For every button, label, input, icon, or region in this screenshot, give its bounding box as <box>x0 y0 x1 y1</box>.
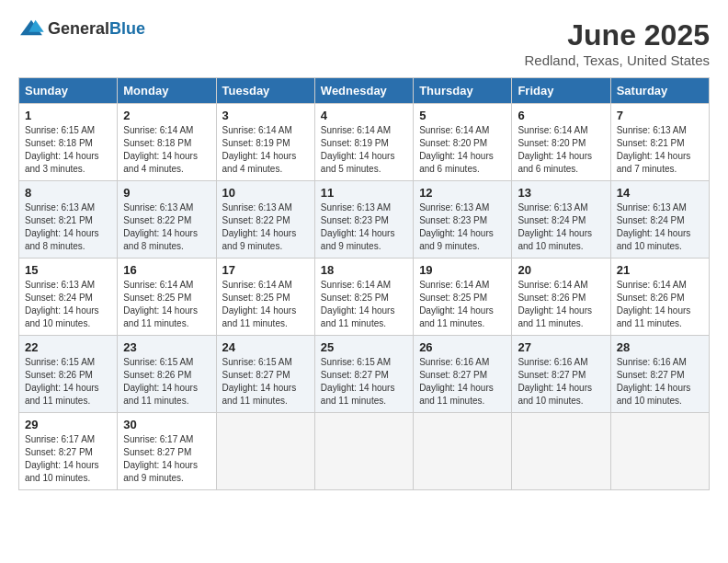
calendar-cell: 14Sunrise: 6:13 AMSunset: 8:24 PMDayligh… <box>610 181 709 259</box>
calendar-cell: 26Sunrise: 6:16 AMSunset: 8:27 PMDayligh… <box>414 336 512 413</box>
day-number: 29 <box>25 418 111 431</box>
day-info: Sunrise: 6:15 AMSunset: 8:26 PMDaylight:… <box>123 356 210 408</box>
day-number: 15 <box>25 263 111 277</box>
day-number: 22 <box>25 340 111 354</box>
calendar-cell <box>610 413 709 490</box>
calendar-cell: 21Sunrise: 6:14 AMSunset: 8:26 PMDayligh… <box>610 259 709 336</box>
calendar-cell <box>216 413 314 490</box>
day-number: 8 <box>25 186 111 200</box>
header-saturday: Saturday <box>610 78 709 104</box>
header-monday: Monday <box>118 78 216 104</box>
calendar-cell: 10Sunrise: 6:13 AMSunset: 8:22 PMDayligh… <box>216 181 314 259</box>
day-info: Sunrise: 6:14 AMSunset: 8:18 PMDaylight:… <box>123 124 210 176</box>
title-area: June 2025 Redland, Texas, United States <box>524 18 710 68</box>
day-number: 10 <box>222 186 309 200</box>
calendar-week-row: 22Sunrise: 6:15 AMSunset: 8:26 PMDayligh… <box>19 336 710 413</box>
day-info: Sunrise: 6:16 AMSunset: 8:27 PMDaylight:… <box>518 356 604 408</box>
calendar-week-row: 29Sunrise: 6:17 AMSunset: 8:27 PMDayligh… <box>19 413 710 490</box>
day-info: Sunrise: 6:15 AMSunset: 8:27 PMDaylight:… <box>222 356 309 408</box>
day-number: 23 <box>123 340 210 354</box>
day-info: Sunrise: 6:14 AMSunset: 8:25 PMDaylight:… <box>123 279 210 330</box>
day-number: 7 <box>617 109 703 122</box>
day-number: 26 <box>419 340 506 354</box>
day-info: Sunrise: 6:14 AMSunset: 8:20 PMDaylight:… <box>419 124 506 176</box>
calendar-cell: 22Sunrise: 6:15 AMSunset: 8:26 PMDayligh… <box>19 336 118 413</box>
day-info: Sunrise: 6:13 AMSunset: 8:22 PMDaylight:… <box>222 201 309 253</box>
day-number: 19 <box>419 263 506 277</box>
logo: GeneralBlue <box>18 18 145 39</box>
calendar-cell: 27Sunrise: 6:16 AMSunset: 8:27 PMDayligh… <box>512 336 610 413</box>
calendar-week-row: 8Sunrise: 6:13 AMSunset: 8:21 PMDaylight… <box>19 181 710 259</box>
calendar-cell: 1Sunrise: 6:15 AMSunset: 8:18 PMDaylight… <box>19 104 118 181</box>
day-info: Sunrise: 6:15 AMSunset: 8:26 PMDaylight:… <box>25 356 111 408</box>
location-title: Redland, Texas, United States <box>524 52 710 68</box>
calendar-cell: 18Sunrise: 6:14 AMSunset: 8:25 PMDayligh… <box>314 259 413 336</box>
day-info: Sunrise: 6:13 AMSunset: 8:21 PMDaylight:… <box>617 124 703 176</box>
day-number: 14 <box>617 186 703 200</box>
day-number: 4 <box>321 109 407 122</box>
day-number: 20 <box>518 263 604 277</box>
day-info: Sunrise: 6:17 AMSunset: 8:27 PMDaylight:… <box>25 433 111 485</box>
calendar-cell: 23Sunrise: 6:15 AMSunset: 8:26 PMDayligh… <box>118 336 216 413</box>
calendar-cell: 25Sunrise: 6:15 AMSunset: 8:27 PMDayligh… <box>314 336 413 413</box>
calendar-cell: 11Sunrise: 6:13 AMSunset: 8:23 PMDayligh… <box>314 181 413 259</box>
day-info: Sunrise: 6:14 AMSunset: 8:25 PMDaylight:… <box>419 279 506 330</box>
day-number: 28 <box>617 340 703 354</box>
day-info: Sunrise: 6:13 AMSunset: 8:24 PMDaylight:… <box>25 279 111 330</box>
day-number: 11 <box>321 186 407 200</box>
page-header: GeneralBlue June 2025 Redland, Texas, Un… <box>18 18 710 68</box>
day-info: Sunrise: 6:15 AMSunset: 8:27 PMDaylight:… <box>321 356 407 408</box>
day-number: 13 <box>518 186 604 200</box>
calendar-cell: 2Sunrise: 6:14 AMSunset: 8:18 PMDaylight… <box>118 104 216 181</box>
day-info: Sunrise: 6:13 AMSunset: 8:24 PMDaylight:… <box>617 201 703 253</box>
calendar-cell: 8Sunrise: 6:13 AMSunset: 8:21 PMDaylight… <box>19 181 118 259</box>
day-number: 5 <box>419 109 506 122</box>
day-number: 3 <box>222 109 309 122</box>
day-number: 12 <box>419 186 506 200</box>
day-info: Sunrise: 6:14 AMSunset: 8:19 PMDaylight:… <box>321 124 407 176</box>
day-number: 25 <box>321 340 407 354</box>
day-info: Sunrise: 6:13 AMSunset: 8:23 PMDaylight:… <box>419 201 506 253</box>
calendar-cell: 5Sunrise: 6:14 AMSunset: 8:20 PMDaylight… <box>414 104 512 181</box>
header-thursday: Thursday <box>414 78 512 104</box>
calendar-week-row: 1Sunrise: 6:15 AMSunset: 8:18 PMDaylight… <box>19 104 710 181</box>
calendar-cell: 19Sunrise: 6:14 AMSunset: 8:25 PMDayligh… <box>414 259 512 336</box>
calendar-cell: 9Sunrise: 6:13 AMSunset: 8:22 PMDaylight… <box>118 181 216 259</box>
day-info: Sunrise: 6:13 AMSunset: 8:23 PMDaylight:… <box>321 201 407 253</box>
calendar-cell: 12Sunrise: 6:13 AMSunset: 8:23 PMDayligh… <box>414 181 512 259</box>
header-sunday: Sunday <box>19 78 118 104</box>
calendar-cell <box>414 413 512 490</box>
calendar-week-row: 15Sunrise: 6:13 AMSunset: 8:24 PMDayligh… <box>19 259 710 336</box>
header-wednesday: Wednesday <box>314 78 413 104</box>
calendar-cell: 6Sunrise: 6:14 AMSunset: 8:20 PMDaylight… <box>512 104 610 181</box>
calendar-cell: 30Sunrise: 6:17 AMSunset: 8:27 PMDayligh… <box>118 413 216 490</box>
logo-text-blue: Blue <box>109 19 145 38</box>
calendar-cell: 24Sunrise: 6:15 AMSunset: 8:27 PMDayligh… <box>216 336 314 413</box>
day-number: 21 <box>617 263 703 277</box>
day-info: Sunrise: 6:13 AMSunset: 8:21 PMDaylight:… <box>25 201 111 253</box>
calendar-cell: 29Sunrise: 6:17 AMSunset: 8:27 PMDayligh… <box>19 413 118 490</box>
day-info: Sunrise: 6:13 AMSunset: 8:24 PMDaylight:… <box>518 201 604 253</box>
day-number: 2 <box>123 109 210 122</box>
calendar-cell <box>314 413 413 490</box>
day-info: Sunrise: 6:14 AMSunset: 8:26 PMDaylight:… <box>617 279 703 330</box>
day-number: 27 <box>518 340 604 354</box>
calendar-cell: 3Sunrise: 6:14 AMSunset: 8:19 PMDaylight… <box>216 104 314 181</box>
day-number: 9 <box>123 186 210 200</box>
day-info: Sunrise: 6:14 AMSunset: 8:20 PMDaylight:… <box>518 124 604 176</box>
day-info: Sunrise: 6:14 AMSunset: 8:25 PMDaylight:… <box>321 279 407 330</box>
day-info: Sunrise: 6:17 AMSunset: 8:27 PMDaylight:… <box>123 433 210 485</box>
calendar-cell: 13Sunrise: 6:13 AMSunset: 8:24 PMDayligh… <box>512 181 610 259</box>
day-number: 24 <box>222 340 309 354</box>
day-number: 1 <box>25 109 111 122</box>
calendar-cell: 4Sunrise: 6:14 AMSunset: 8:19 PMDaylight… <box>314 104 413 181</box>
day-info: Sunrise: 6:14 AMSunset: 8:19 PMDaylight:… <box>222 124 309 176</box>
calendar-cell: 7Sunrise: 6:13 AMSunset: 8:21 PMDaylight… <box>610 104 709 181</box>
day-number: 30 <box>123 418 210 431</box>
day-info: Sunrise: 6:14 AMSunset: 8:26 PMDaylight:… <box>518 279 604 330</box>
day-info: Sunrise: 6:16 AMSunset: 8:27 PMDaylight:… <box>419 356 506 408</box>
header-friday: Friday <box>512 78 610 104</box>
day-number: 18 <box>321 263 407 277</box>
logo-icon <box>18 18 44 39</box>
calendar-cell: 28Sunrise: 6:16 AMSunset: 8:27 PMDayligh… <box>610 336 709 413</box>
